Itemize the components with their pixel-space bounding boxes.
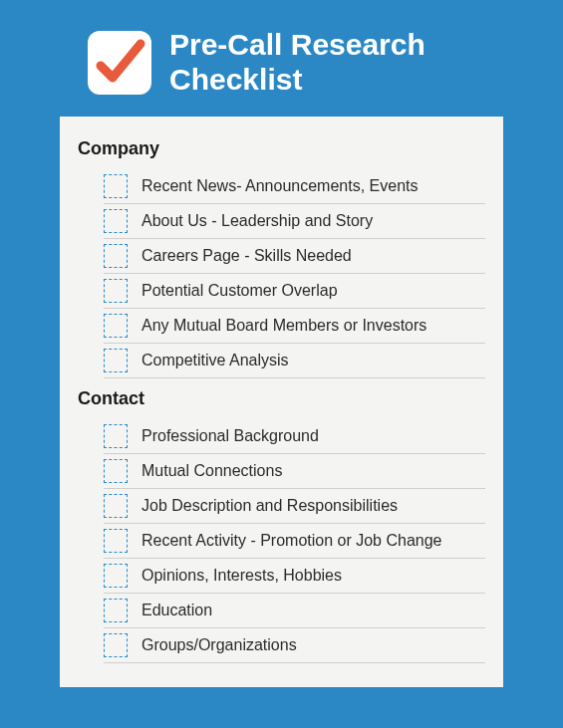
item-label: Job Description and Responsibilities [141, 497, 398, 515]
list-item: Potential Customer Overlap [104, 274, 485, 309]
checkbox[interactable] [104, 494, 128, 518]
checkbox[interactable] [104, 209, 128, 233]
item-label: Recent Activity - Promotion or Job Chang… [141, 532, 441, 550]
list-item: Groups/Organizations [104, 628, 485, 663]
checkbox[interactable] [104, 459, 128, 483]
item-label: Opinions, Interests, Hobbies [141, 567, 342, 585]
item-label: About Us - Leadership and Story [141, 212, 373, 230]
header: Pre-Call Research Checklist [0, 0, 563, 117]
item-label: Potential Customer Overlap [141, 282, 338, 300]
item-label: Groups/Organizations [141, 636, 297, 654]
item-label: Education [141, 602, 212, 619]
list-item: Careers Page - Skills Needed [104, 239, 485, 274]
list-item: Job Description and Responsibilities [104, 489, 485, 524]
list-item: Professional Background [104, 419, 485, 454]
item-label: Competitive Analysis [141, 352, 289, 369]
item-label: Recent News- Announcements, Events [141, 177, 418, 195]
list-item: Recent Activity - Promotion or Job Chang… [104, 524, 485, 559]
checkbox[interactable] [104, 564, 128, 588]
page-title: Pre-Call Research Checklist [169, 28, 563, 97]
checkbox[interactable] [104, 244, 128, 268]
list-item: Education [104, 594, 485, 628]
checkbox[interactable] [104, 529, 128, 553]
list-item: Opinions, Interests, Hobbies [104, 559, 485, 594]
checkbox[interactable] [104, 633, 128, 657]
checklist-card: Company Recent News- Announcements, Even… [60, 117, 503, 687]
checklist-contact: Professional Background Mutual Connectio… [78, 419, 485, 663]
checkmark-icon [93, 36, 146, 90]
item-label: Careers Page - Skills Needed [141, 247, 352, 265]
list-item: Mutual Connections [104, 454, 485, 489]
section-heading-contact: Contact [78, 388, 485, 409]
checklist-company: Recent News- Announcements, Events About… [78, 169, 485, 378]
section-heading-company: Company [78, 138, 485, 159]
list-item: Competitive Analysis [104, 344, 485, 378]
item-label: Professional Background [141, 427, 319, 445]
item-label: Mutual Connections [141, 462, 282, 480]
checkbox[interactable] [104, 599, 128, 622]
list-item: Recent News- Announcements, Events [104, 169, 485, 204]
checkbox[interactable] [104, 279, 128, 303]
list-item: About Us - Leadership and Story [104, 204, 485, 239]
checkbox[interactable] [104, 314, 128, 338]
checkbox[interactable] [104, 424, 128, 448]
item-label: Any Mutual Board Members or Investors [141, 317, 426, 335]
list-item: Any Mutual Board Members or Investors [104, 309, 485, 344]
checkbox[interactable] [104, 349, 128, 372]
logo-box [88, 31, 151, 95]
checkbox[interactable] [104, 174, 128, 198]
